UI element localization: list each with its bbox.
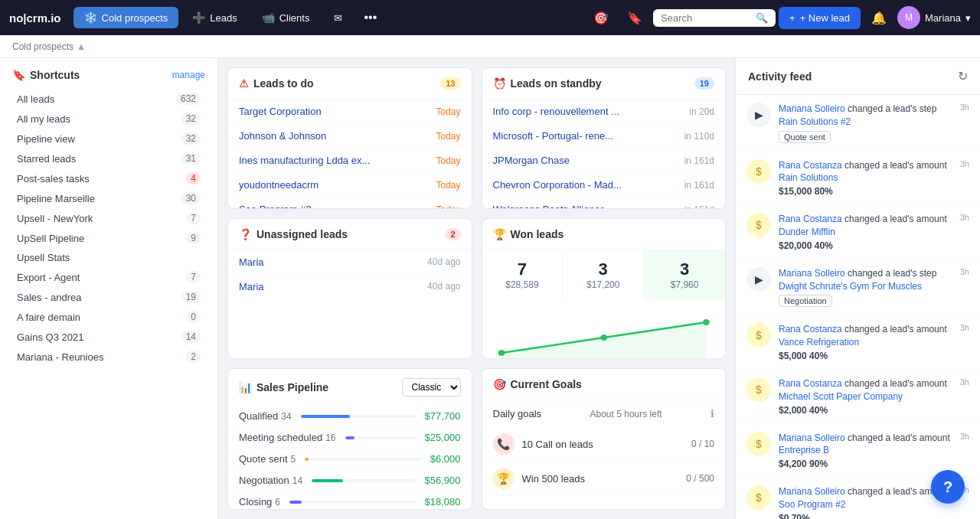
activity-target[interactable]: Rain Solutions #2 (779, 116, 851, 127)
sidebar-item-all-my-leads[interactable]: All my leads 32 (5, 109, 213, 129)
activity-user[interactable]: Mariana Solleiro (779, 103, 845, 114)
daily-goals-label: Daily goals (493, 408, 542, 419)
nav-tab-cold-label: Cold prospects (102, 12, 168, 24)
sidebar-item-post-sales-tasks[interactable]: Post-sales tasks 4 (5, 168, 213, 188)
activity-time: 3h (960, 323, 969, 332)
nav-more-btn[interactable]: ••• (356, 6, 384, 29)
pipeline-row-closing: Closing 6 $18,080 (228, 491, 472, 510)
leads-on-standby-card: ⏰ Leads on standby 19 Info corp - renouv… (482, 67, 727, 209)
nav-tab-leads[interactable]: ➕ Leads (181, 7, 247, 28)
activity-item: ▶ Mariana Solleiro changed a lead's step… (736, 260, 980, 316)
sidebar-item-export-agent[interactable]: Export - Agent 7 (5, 267, 213, 287)
standby-item[interactable]: JPMorgan Chase in 161d (482, 149, 726, 173)
sidebar-item-upsell-stats[interactable]: Upsell Stats (5, 248, 213, 267)
pipeline-rows: Qualified 34 $77,700 Meeting scheduled 1… (228, 406, 472, 510)
leads-on-standby-title: ⏰ Leads on standby (493, 77, 602, 90)
bookmark-icon-btn[interactable]: 🔖 (619, 6, 650, 30)
goals-info-icon: ℹ (710, 408, 714, 419)
activity-user[interactable]: Mariana Solleiro (779, 432, 845, 443)
nav-tab-clients[interactable]: 📹 Clients (251, 7, 321, 28)
goal-item-call: 📞 10 Call on leads 0 / 10 (482, 427, 726, 462)
activity-avatar: $ (746, 159, 771, 184)
target-icon-btn[interactable]: 🎯 (586, 6, 616, 30)
activity-target[interactable]: Michael Scott Paper Company (779, 391, 903, 402)
activity-item: $ Rana Costanza changed a lead's amount … (736, 152, 980, 206)
lead-item[interactable]: Target Corporation Today (228, 100, 472, 124)
nav-tab-clients-label: Clients (279, 12, 310, 24)
user-menu[interactable]: M Mariana ▾ (897, 6, 971, 29)
leads-to-do-title: ⚠ Leads to do (239, 77, 314, 90)
cold-icon: ❄️ (84, 11, 97, 24)
activity-feed-title: Activity feed (748, 70, 812, 83)
pipeline-view-select[interactable]: Classic (402, 378, 461, 397)
activity-avatar: ▶ (746, 103, 771, 127)
notifications-icon-btn[interactable]: 🔔 (864, 6, 894, 30)
goal-call-icon: 📞 (493, 433, 514, 455)
sidebar-item-upsell-pipeline[interactable]: UpSell Pipeline 9 (5, 228, 213, 248)
sidebar-item-gains-q3-2021[interactable]: Gains Q3 2021 14 (5, 327, 213, 347)
sidebar-item-all-leads[interactable]: All leads 632 (5, 89, 213, 109)
activity-content: Mariana Solleiro changed a lead's step D… (779, 267, 952, 308)
activity-avatar: $ (746, 323, 771, 348)
pipeline-row-quote: Quote sent 5 $6,000 (228, 449, 472, 470)
unassigned-item[interactable]: Maria 40d ago (228, 250, 472, 275)
activity-refresh-btn[interactable]: ↻ (958, 69, 968, 83)
unassigned-item[interactable]: Maria 40d ago (228, 275, 472, 299)
nav-tab-cold-prospects[interactable]: ❄️ Cold prospects (74, 7, 179, 28)
unassigned-leads-header: ❓ Unassigned leads 2 (228, 219, 472, 250)
question-icon: ❓ (239, 228, 252, 240)
standby-item[interactable]: Microsoft - Portugal- rene... in 110d (482, 124, 726, 149)
help-button[interactable]: ? (931, 470, 965, 504)
sales-pipeline-header: 📊 Sales Pipeline Classic (228, 369, 472, 406)
target-icon: 🎯 (493, 378, 506, 390)
sidebar-item-pipeline-view[interactable]: Pipeline view 32 (5, 129, 213, 149)
won-col-m2: 7 $28,589 (482, 250, 564, 299)
leads-to-do-header: ⚠ Leads to do 13 (228, 68, 472, 100)
activity-item: $ Rana Costanza changed a lead's amount … (736, 315, 980, 370)
activity-content: Mariana Solleiro changed a lead's step R… (779, 103, 952, 143)
standby-item[interactable]: Walgreens Boots Alliance in 161d (482, 197, 726, 209)
activity-tag: Quote sent (779, 131, 831, 143)
activity-user[interactable]: Rana Costanza (779, 378, 842, 389)
sidebar-item-pipeline-marseille[interactable]: Pipeline Marseille 30 (5, 188, 213, 208)
search-input[interactable] (661, 12, 751, 24)
activity-user[interactable]: Rana Costanza (779, 214, 842, 224)
activity-user[interactable]: Mariana Solleiro (779, 268, 845, 279)
lead-item[interactable]: Ines manufacturing Ldda ex... Today (228, 149, 472, 173)
sidebar-manage-btn[interactable]: manage (172, 70, 205, 80)
activity-target[interactable]: Vance Refrigeration (779, 337, 859, 348)
sales-pipeline-card: 📊 Sales Pipeline Classic Qualified 34 $7… (227, 368, 472, 510)
content-area: ⚠ Leads to do 13 Target Corporation Toda… (218, 58, 735, 519)
pipeline-row-qualified: Qualified 34 $77,700 (228, 406, 472, 427)
activity-target[interactable]: Entreprise B (779, 445, 829, 455)
lead-item[interactable]: youdontneedacrm Today (228, 173, 472, 197)
breadcrumb-arrow: ▲ (77, 41, 86, 52)
sidebar-item-upsell-newyork[interactable]: Upsell - NewYork 7 (5, 208, 213, 228)
sidebar-item-starred-leads[interactable]: Starred leads 31 (5, 149, 213, 168)
sidebar-item-sales-andrea[interactable]: Sales - andrea 19 (5, 287, 213, 307)
goals-header-row: Daily goals About 5 hours left ℹ (482, 400, 726, 427)
nav-tab-email[interactable]: ✉ (323, 8, 353, 28)
lead-item[interactable]: Johnson & Johnson Today (228, 124, 472, 149)
activity-item: ▶ Mariana Solleiro changed a lead's step… (736, 95, 980, 152)
standby-item[interactable]: Chevron Corporation - Mad... in 161d (482, 173, 726, 197)
activity-target[interactable]: Soo Program #2 (779, 499, 845, 510)
sidebar-item-mariana-reunioes[interactable]: Mariana - Reunioes 2 (5, 347, 213, 367)
pipeline-bar-qualified (301, 415, 416, 418)
activity-content: Rana Costanza changed a lead's amount Du… (779, 213, 952, 251)
lead-item[interactable]: Soo Program #2 Today (228, 197, 472, 209)
activity-time: 3h (960, 213, 969, 222)
activity-target[interactable]: Dwight Schrute's Gym For Muscles (779, 281, 922, 292)
won-col-m1: 3 $17,200 (563, 250, 644, 299)
activity-user[interactable]: Rana Costanza (779, 324, 842, 335)
activity-user[interactable]: Mariana Solleiro (779, 486, 845, 497)
standby-item[interactable]: Info corp - renouvellement ... in 20d (482, 100, 726, 124)
activity-list: ▶ Mariana Solleiro changed a lead's step… (736, 95, 980, 519)
activity-target[interactable]: Rain Solutions (779, 172, 838, 183)
activity-content: Rana Costanza changed a lead's amount Ra… (779, 159, 952, 197)
sidebar-item-a-faire-demain[interactable]: A faire demain 0 (5, 307, 213, 327)
activity-time: 3h (960, 103, 969, 112)
new-lead-button[interactable]: + + New lead (779, 7, 861, 29)
activity-user[interactable]: Rana Costanza (779, 160, 842, 171)
activity-target[interactable]: Dunder Mifflin (779, 227, 835, 237)
